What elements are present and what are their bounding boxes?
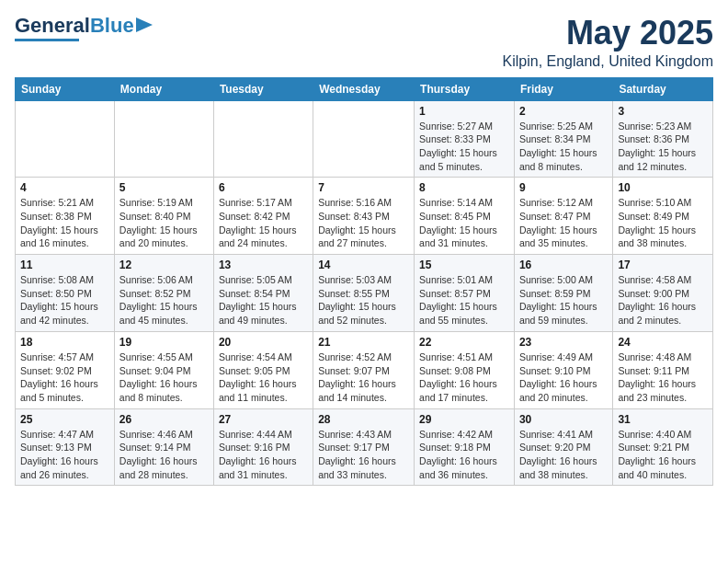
- calendar-cell: 17Sunrise: 4:58 AM Sunset: 9:00 PM Dayli…: [613, 255, 713, 332]
- day-detail: Sunrise: 5:14 AM Sunset: 8:45 PM Dayligh…: [419, 196, 509, 250]
- day-number: 20: [219, 336, 308, 349]
- day-detail: Sunrise: 5:12 AM Sunset: 8:47 PM Dayligh…: [519, 196, 608, 250]
- day-detail: Sunrise: 5:17 AM Sunset: 8:42 PM Dayligh…: [219, 196, 308, 250]
- day-detail: Sunrise: 5:19 AM Sunset: 8:40 PM Dayligh…: [119, 196, 209, 250]
- day-detail: Sunrise: 4:52 AM Sunset: 9:07 PM Dayligh…: [318, 350, 409, 405]
- day-number: 31: [618, 413, 708, 426]
- calendar-body: 1Sunrise: 5:27 AM Sunset: 8:33 PM Daylig…: [16, 100, 713, 486]
- calendar-cell: 3Sunrise: 5:23 AM Sunset: 8:36 PM Daylig…: [613, 100, 713, 178]
- calendar-week-row: 18Sunrise: 4:57 AM Sunset: 9:02 PM Dayli…: [16, 331, 713, 408]
- day-detail: Sunrise: 4:44 AM Sunset: 9:16 PM Dayligh…: [219, 428, 308, 482]
- day-detail: Sunrise: 4:48 AM Sunset: 9:11 PM Dayligh…: [618, 350, 708, 405]
- svg-marker-0: [136, 17, 153, 32]
- calendar-cell: 2Sunrise: 5:25 AM Sunset: 8:34 PM Daylig…: [514, 100, 612, 178]
- day-detail: Sunrise: 4:55 AM Sunset: 9:04 PM Dayligh…: [119, 350, 209, 405]
- logo-icon: [136, 17, 153, 34]
- day-detail: Sunrise: 5:21 AM Sunset: 8:38 PM Dayligh…: [20, 196, 109, 250]
- calendar-cell: 25Sunrise: 4:47 AM Sunset: 9:13 PM Dayli…: [16, 408, 115, 486]
- calendar-cell: 13Sunrise: 5:05 AM Sunset: 8:54 PM Dayli…: [213, 255, 313, 332]
- day-number: 24: [618, 336, 708, 349]
- calendar-cell: 19Sunrise: 4:55 AM Sunset: 9:04 PM Dayli…: [114, 331, 213, 408]
- day-number: 28: [318, 413, 409, 426]
- day-detail: Sunrise: 4:41 AM Sunset: 9:20 PM Dayligh…: [519, 428, 608, 482]
- calendar-cell: 26Sunrise: 4:46 AM Sunset: 9:14 PM Dayli…: [114, 408, 213, 486]
- day-detail: Sunrise: 4:42 AM Sunset: 9:18 PM Dayligh…: [419, 428, 509, 482]
- day-number: 2: [519, 105, 608, 118]
- calendar-week-row: 11Sunrise: 5:08 AM Sunset: 8:50 PM Dayli…: [16, 255, 713, 332]
- day-number: 26: [119, 413, 209, 426]
- calendar-cell: 10Sunrise: 5:10 AM Sunset: 8:49 PM Dayli…: [613, 178, 713, 255]
- day-detail: Sunrise: 5:27 AM Sunset: 8:33 PM Dayligh…: [419, 120, 509, 174]
- day-number: 5: [119, 181, 209, 194]
- calendar-cell: [313, 100, 415, 178]
- day-detail: Sunrise: 5:23 AM Sunset: 8:36 PM Dayligh…: [618, 120, 708, 174]
- day-number: 4: [20, 181, 109, 194]
- day-number: 6: [219, 181, 308, 194]
- weekday-header: Wednesday: [313, 77, 415, 100]
- calendar-table: SundayMondayTuesdayWednesdayThursdayFrid…: [15, 77, 713, 487]
- day-number: 29: [419, 413, 509, 426]
- day-number: 19: [119, 336, 209, 349]
- calendar-cell: 11Sunrise: 5:08 AM Sunset: 8:50 PM Dayli…: [16, 255, 115, 332]
- day-number: 1: [419, 105, 509, 118]
- calendar-week-row: 25Sunrise: 4:47 AM Sunset: 9:13 PM Dayli…: [16, 408, 713, 486]
- day-number: 11: [20, 259, 109, 271]
- day-number: 23: [519, 336, 608, 349]
- day-detail: Sunrise: 5:03 AM Sunset: 8:55 PM Dayligh…: [318, 273, 409, 327]
- calendar-cell: 12Sunrise: 5:06 AM Sunset: 8:52 PM Dayli…: [114, 255, 213, 332]
- day-number: 15: [419, 259, 509, 271]
- calendar-cell: 5Sunrise: 5:19 AM Sunset: 8:40 PM Daylig…: [114, 178, 213, 255]
- day-number: 16: [519, 259, 608, 271]
- day-number: 12: [119, 259, 209, 271]
- day-detail: Sunrise: 4:43 AM Sunset: 9:17 PM Dayligh…: [318, 428, 409, 482]
- weekday-header: Thursday: [415, 77, 515, 100]
- day-detail: Sunrise: 4:40 AM Sunset: 9:21 PM Dayligh…: [618, 428, 708, 482]
- calendar-cell: 22Sunrise: 4:51 AM Sunset: 9:08 PM Dayli…: [415, 331, 515, 408]
- calendar-header: SundayMondayTuesdayWednesdayThursdayFrid…: [16, 77, 713, 100]
- day-number: 9: [519, 181, 608, 194]
- calendar-cell: 9Sunrise: 5:12 AM Sunset: 8:47 PM Daylig…: [514, 178, 612, 255]
- day-number: 14: [318, 259, 409, 271]
- page-header: GeneralBlue May 2025 Kilpin, England, Un…: [15, 15, 713, 70]
- day-number: 25: [20, 413, 109, 426]
- calendar-cell: 27Sunrise: 4:44 AM Sunset: 9:16 PM Dayli…: [213, 408, 313, 486]
- day-number: 13: [219, 259, 308, 271]
- day-number: 17: [618, 259, 708, 271]
- weekday-header: Monday: [114, 77, 213, 100]
- day-detail: Sunrise: 4:46 AM Sunset: 9:14 PM Dayligh…: [119, 428, 209, 482]
- header-row: SundayMondayTuesdayWednesdayThursdayFrid…: [16, 77, 713, 100]
- calendar-cell: 8Sunrise: 5:14 AM Sunset: 8:45 PM Daylig…: [415, 178, 515, 255]
- calendar-cell: 23Sunrise: 4:49 AM Sunset: 9:10 PM Dayli…: [514, 331, 612, 408]
- weekday-header: Friday: [514, 77, 612, 100]
- calendar-cell: 15Sunrise: 5:01 AM Sunset: 8:57 PM Dayli…: [415, 255, 515, 332]
- calendar-cell: 29Sunrise: 4:42 AM Sunset: 9:18 PM Dayli…: [415, 408, 515, 486]
- calendar-cell: 6Sunrise: 5:17 AM Sunset: 8:42 PM Daylig…: [213, 178, 313, 255]
- calendar-cell: 16Sunrise: 5:00 AM Sunset: 8:59 PM Dayli…: [514, 255, 612, 332]
- logo: GeneralBlue: [15, 15, 153, 41]
- day-number: 21: [318, 336, 409, 349]
- day-number: 30: [519, 413, 608, 426]
- day-number: 18: [20, 336, 109, 349]
- day-detail: Sunrise: 5:08 AM Sunset: 8:50 PM Dayligh…: [20, 273, 109, 327]
- title-block: May 2025 Kilpin, England, United Kingdom: [503, 15, 713, 70]
- day-number: 22: [419, 336, 509, 349]
- day-number: 8: [419, 181, 509, 194]
- calendar-cell: 20Sunrise: 4:54 AM Sunset: 9:05 PM Dayli…: [213, 331, 313, 408]
- calendar-cell: 24Sunrise: 4:48 AM Sunset: 9:11 PM Dayli…: [613, 331, 713, 408]
- day-number: 27: [219, 413, 308, 426]
- day-detail: Sunrise: 5:06 AM Sunset: 8:52 PM Dayligh…: [119, 273, 209, 327]
- day-detail: Sunrise: 5:05 AM Sunset: 8:54 PM Dayligh…: [219, 273, 308, 327]
- calendar-cell: 21Sunrise: 4:52 AM Sunset: 9:07 PM Dayli…: [313, 331, 415, 408]
- calendar-week-row: 1Sunrise: 5:27 AM Sunset: 8:33 PM Daylig…: [16, 100, 713, 178]
- logo-underline: [15, 39, 79, 41]
- day-detail: Sunrise: 5:10 AM Sunset: 8:49 PM Dayligh…: [618, 196, 708, 250]
- weekday-header: Tuesday: [213, 77, 313, 100]
- calendar-week-row: 4Sunrise: 5:21 AM Sunset: 8:38 PM Daylig…: [16, 178, 713, 255]
- calendar-cell: 31Sunrise: 4:40 AM Sunset: 9:21 PM Dayli…: [613, 408, 713, 486]
- month-year: May 2025: [503, 15, 713, 52]
- calendar-cell: 14Sunrise: 5:03 AM Sunset: 8:55 PM Dayli…: [313, 255, 415, 332]
- day-detail: Sunrise: 4:57 AM Sunset: 9:02 PM Dayligh…: [20, 350, 109, 405]
- day-detail: Sunrise: 4:51 AM Sunset: 9:08 PM Dayligh…: [419, 350, 509, 405]
- day-detail: Sunrise: 4:58 AM Sunset: 9:00 PM Dayligh…: [618, 273, 708, 327]
- weekday-header: Saturday: [613, 77, 713, 100]
